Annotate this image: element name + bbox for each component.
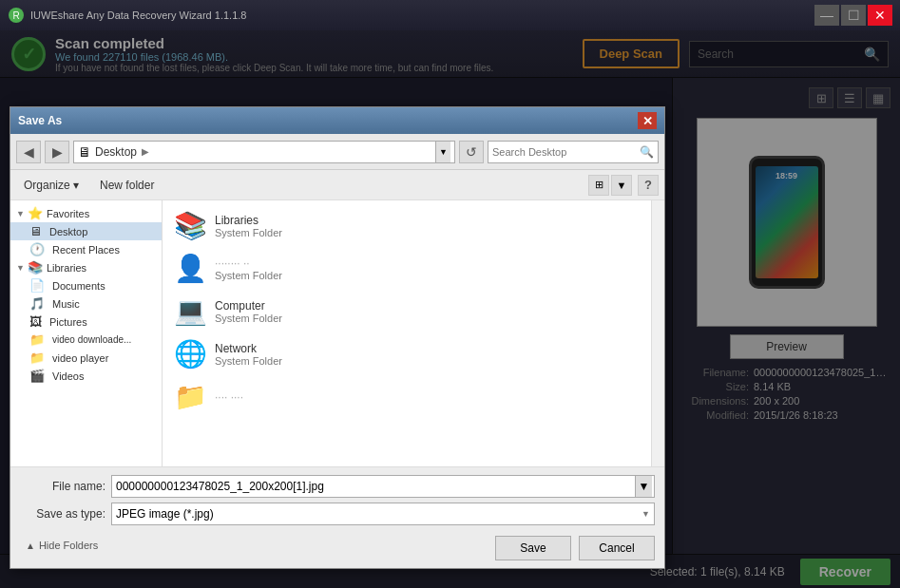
dialog-title: Save As	[18, 114, 638, 127]
title-bar: R IUWEshare Any Data Recovery Wizard 1.1…	[0, 0, 900, 30]
new-folder-button[interactable]: New folder	[92, 176, 162, 195]
file-item-name: Network	[215, 342, 282, 355]
dialog-action-toolbar: Organize ▾ New folder ⊞ ▼ ?	[10, 170, 664, 200]
refresh-button[interactable]: ↺	[459, 141, 484, 163]
dialog-close-button[interactable]: ✕	[638, 112, 657, 129]
minimize-button[interactable]: —	[814, 5, 839, 26]
dialog-nav-toolbar: ◀ ▶ 🖥 Desktop ▶ ▼ ↺ 🔍	[10, 134, 664, 170]
file-item-name: ···· ····	[215, 390, 243, 404]
sidebar-item-music[interactable]: 🎵 Music	[10, 294, 162, 313]
dialog-action-buttons: Save Cancel	[495, 536, 655, 560]
videos-icon: 🎬	[29, 369, 45, 383]
file-item-details: Network System Folder	[215, 342, 282, 367]
sidebar-recent-label: Recent Places	[52, 244, 120, 256]
libraries-label: Libraries	[47, 262, 86, 274]
sidebar-item-pictures[interactable]: 🖼 Pictures	[10, 313, 162, 331]
file-item-name: ········ ··	[215, 256, 282, 270]
location-text: Desktop	[95, 145, 137, 159]
back-button[interactable]: ◀	[16, 141, 41, 163]
dialog-content: ▼ ⭐ Favorites 🖥 Desktop 🕐 Recent Places …	[10, 200, 664, 466]
sidebar-item-video-player[interactable]: 📁 video player	[10, 349, 162, 367]
dialog-save-button[interactable]: Save	[495, 536, 571, 560]
savetype-dropdown[interactable]: JPEG image (*.jpg) ▼	[111, 503, 655, 525]
view-options: ⊞ ▼	[588, 175, 632, 196]
sidebar-item-documents[interactable]: 📄 Documents	[10, 276, 162, 294]
filename-input-value: 000000000123478025_1_200x200[1].jpg	[116, 480, 324, 493]
view-dropdown-icon[interactable]: ▼	[611, 175, 632, 196]
sidebar-item-video-downloader[interactable]: 📁 video downloade...	[10, 331, 162, 349]
save-as-dialog: Save As ✕ ◀ ▶ 🖥 Desktop ▶ ▼ ↺	[10, 106, 665, 569]
file-item-details: Computer System Folder	[215, 299, 282, 324]
folder-icon: 📁	[174, 381, 207, 412]
sidebar-pictures-label: Pictures	[49, 316, 87, 328]
filename-field: File name: 000000000123478025_1_200x200[…	[20, 475, 655, 498]
pictures-icon: 🖼	[29, 314, 42, 329]
sidebar-documents-label: Documents	[52, 280, 105, 292]
list-item[interactable]: 📚 Libraries System Folder	[166, 204, 647, 247]
app-window: R IUWEshare Any Data Recovery Wizard 1.1…	[0, 0, 900, 588]
file-list-area: 📚 Libraries System Folder 👤 ········ ·· …	[163, 200, 651, 466]
sidebar-item-recent[interactable]: 🕐 Recent Places	[10, 240, 162, 258]
savetype-field: Save as type: JPEG image (*.jpg) ▼	[20, 503, 655, 525]
dialog-search-icon: 🔍	[640, 145, 654, 159]
computer-icon: 💻	[174, 295, 207, 327]
filename-input[interactable]: 000000000123478025_1_200x200[1].jpg ▼	[111, 475, 655, 498]
list-item[interactable]: 👤 ········ ·· System Folder	[166, 247, 647, 290]
maximize-button[interactable]: ☐	[841, 5, 866, 26]
documents-icon: 📄	[29, 278, 45, 293]
dialog-search-input[interactable]	[492, 146, 640, 158]
sidebar-video-player-label: video player	[52, 352, 108, 364]
favorites-header[interactable]: ▼ ⭐ Favorites	[10, 204, 162, 222]
dialog-bottom: File name: 000000000123478025_1_200x200[…	[10, 466, 664, 568]
dialog-scrollbar[interactable]	[651, 200, 664, 466]
hide-folders-arrow-icon: ▲	[26, 541, 35, 551]
file-item-name: Libraries	[215, 214, 282, 227]
hide-folders-label: Hide Folders	[39, 540, 98, 551]
location-dropdown-button[interactable]: ▼	[435, 142, 450, 162]
app-icon: R	[8, 7, 25, 24]
desktop-icon: 🖥	[29, 224, 42, 238]
favorites-label: Favorites	[47, 208, 89, 219]
savetype-value: JPEG image (*.jpg)	[116, 507, 214, 521]
hide-folders-button[interactable]: ▲ Hide Folders	[20, 538, 104, 553]
location-bar[interactable]: 🖥 Desktop ▶ ▼	[73, 141, 455, 163]
file-item-name: Computer	[215, 299, 282, 313]
dialog-cancel-button[interactable]: Cancel	[579, 536, 655, 560]
dialog-sidebar: ▼ ⭐ Favorites 🖥 Desktop 🕐 Recent Places …	[10, 200, 163, 466]
location-folder: Desktop ▶	[95, 145, 149, 159]
filename-dropdown-btn[interactable]: ▼	[635, 476, 652, 497]
list-item[interactable]: 📁 ···· ····	[166, 375, 647, 418]
dialog-overlay: Save As ✕ ◀ ▶ 🖥 Desktop ▶ ▼ ↺	[0, 30, 900, 588]
sidebar-item-videos[interactable]: 🎬 Videos	[10, 367, 162, 385]
file-item-details: ···· ····	[215, 390, 243, 404]
organize-button[interactable]: Organize ▾	[16, 176, 86, 195]
help-button[interactable]: ?	[638, 175, 659, 196]
savetype-dropdown-arrow: ▼	[641, 509, 650, 519]
view-options-icon[interactable]: ⊞	[588, 175, 609, 196]
list-item[interactable]: 💻 Computer System Folder	[166, 290, 647, 332]
file-item-type: System Folder	[215, 355, 282, 367]
file-item-type: System Folder	[215, 270, 282, 281]
sidebar-music-label: Music	[52, 298, 80, 310]
sidebar-item-desktop[interactable]: 🖥 Desktop	[10, 222, 162, 240]
close-button[interactable]: ✕	[868, 5, 892, 26]
savetype-field-label: Save as type:	[20, 507, 105, 521]
svg-text:R: R	[12, 10, 19, 21]
file-item-type: System Folder	[215, 227, 282, 238]
sidebar-desktop-label: Desktop	[49, 226, 87, 237]
sidebar-video-downloader-label: video downloade...	[52, 334, 131, 345]
music-icon: 🎵	[29, 296, 45, 311]
libraries-folder-icon: 📚	[174, 210, 207, 241]
dialog-search-box: 🔍	[488, 141, 659, 163]
video-player-icon: 📁	[29, 351, 45, 365]
video-downloader-icon: 📁	[29, 332, 45, 347]
forward-button[interactable]: ▶	[45, 141, 69, 163]
file-item-details: Libraries System Folder	[215, 214, 282, 238]
libraries-header[interactable]: ▼ 📚 Libraries	[10, 258, 162, 276]
list-item[interactable]: 🌐 Network System Folder	[166, 332, 647, 375]
location-arrow-icon: ▶	[142, 146, 149, 157]
user-folder-icon: 👤	[174, 253, 207, 284]
filename-field-label: File name:	[20, 480, 105, 493]
file-item-type: System Folder	[215, 313, 282, 324]
network-icon: 🌐	[174, 338, 207, 370]
